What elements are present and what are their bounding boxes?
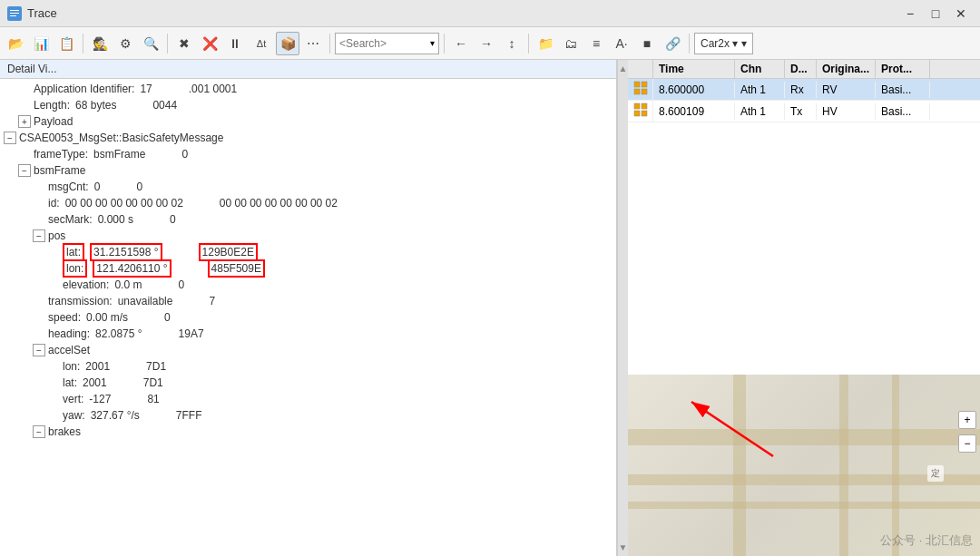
packet-cell-originator: HV bbox=[817, 103, 876, 120]
tree-toggle-icon[interactable]: − bbox=[33, 229, 45, 242]
toolbar-stop-btn[interactable]: ✖ bbox=[172, 32, 196, 55]
toolbar-more-btn[interactable]: ⋯ bbox=[301, 32, 325, 55]
svg-rect-6 bbox=[634, 111, 640, 116]
tree-value2: 0 bbox=[170, 213, 176, 226]
toolbar-font-btn[interactable]: A· bbox=[610, 32, 633, 55]
toolbar-sep-3 bbox=[329, 34, 330, 54]
tree-value2: 7D1 bbox=[143, 376, 163, 389]
tree-label: speed: bbox=[48, 311, 81, 324]
tree-toggle-icon[interactable]: + bbox=[18, 115, 31, 128]
toolbar-nav-prev-btn[interactable]: ← bbox=[449, 32, 473, 55]
toolbar-lines-btn[interactable]: ≡ bbox=[584, 32, 608, 55]
tree-item[interactable]: −bsmFrame bbox=[0, 162, 616, 179]
tree-label: frameType: bbox=[34, 148, 88, 161]
toolbar-nav-next-btn[interactable]: → bbox=[475, 32, 498, 55]
tree-toggle-icon[interactable]: − bbox=[33, 425, 45, 438]
tree-item[interactable]: −CSAE0053_MsgSet::BasicSafetyMessage bbox=[0, 130, 616, 146]
packet-col-header-dir[interactable]: D... bbox=[785, 60, 817, 78]
map-zoom-out-button[interactable]: − bbox=[958, 434, 976, 453]
scroll-divider[interactable]: ▲ ▼ bbox=[617, 60, 628, 556]
toolbar-link-btn[interactable]: 🔗 bbox=[661, 32, 684, 55]
toolbar: 📂 📊 📋 🕵 ⚙ 🔍 ✖ ❌ ⏸ Δt 📦 ⋯ ▾ ← → ↕ 📁 🗂 ≡ A… bbox=[0, 27, 980, 60]
packet-col-header-originator[interactable]: Origina... bbox=[817, 60, 876, 78]
toolbar-files-btn[interactable]: 🗂 bbox=[559, 32, 583, 55]
toolbar-packet-btn[interactable]: 📦 bbox=[276, 32, 299, 55]
packet-col-header-time[interactable]: Time bbox=[653, 60, 735, 78]
toolbar-find-btn[interactable]: 🔍 bbox=[139, 32, 162, 55]
tree-item: id:00 00 00 00 00 00 00 0200 00 00 00 00… bbox=[0, 195, 616, 211]
packet-cell-dir: Tx bbox=[785, 103, 817, 120]
tree-value2: 00 00 00 00 00 00 00 02 bbox=[220, 197, 338, 210]
tree-label: brakes bbox=[48, 425, 81, 438]
tree-value: 68 bytes bbox=[75, 99, 116, 112]
tree-label: accelSet bbox=[48, 344, 90, 356]
tree-item[interactable]: −accelSet bbox=[0, 342, 616, 358]
tree-label: id: bbox=[48, 197, 60, 210]
packet-col-header-protocol[interactable]: Prot... bbox=[876, 60, 930, 78]
packet-row[interactable]: 8.600109Ath 1TxHVBasi... bbox=[628, 101, 980, 122]
close-button[interactable]: ✕ bbox=[949, 5, 973, 23]
tree-item[interactable]: −pos bbox=[0, 228, 616, 244]
packet-cell-time: 8.600109 bbox=[653, 103, 735, 120]
tree-label: bsmFrame bbox=[34, 164, 85, 177]
toolbar-sep-5 bbox=[528, 34, 529, 54]
toolbar-chart-btn[interactable]: 📊 bbox=[29, 32, 53, 55]
tree-value: bsmFrame bbox=[93, 148, 145, 161]
toolbar-tools-btn[interactable]: ⚙ bbox=[113, 32, 137, 55]
toolbar-open-btn[interactable]: 📂 bbox=[4, 32, 27, 55]
search-dropdown-icon[interactable]: ▾ bbox=[430, 38, 435, 48]
tree-item: Application Identifier:17.001 0001 bbox=[0, 81, 616, 97]
toolbar-filter-btn[interactable]: 🕵 bbox=[88, 32, 112, 55]
map-zoom-in-button[interactable]: + bbox=[958, 411, 976, 429]
tree-container: Application Identifier:17.001 0001Length… bbox=[0, 79, 616, 442]
search-box[interactable]: ▾ bbox=[335, 33, 439, 54]
toolbar-nav-updown-btn[interactable]: ↕ bbox=[500, 32, 524, 55]
tree-value2: 19A7 bbox=[179, 327, 204, 340]
toolbar-delta-btn[interactable]: Δt bbox=[249, 32, 274, 55]
app-icon bbox=[7, 6, 22, 21]
tree-value2: 81 bbox=[147, 393, 159, 405]
packet-row-icon bbox=[628, 79, 653, 100]
tree-item[interactable]: −brakes bbox=[0, 424, 616, 440]
toolbar-stop-red-btn[interactable]: ❌ bbox=[198, 32, 221, 55]
profile-dropdown[interactable]: Car2x ▾ ▾ bbox=[694, 33, 753, 54]
tree-item: lat:20017D1 bbox=[0, 375, 616, 391]
minimize-button[interactable]: − bbox=[898, 5, 922, 23]
map-background: + − 定 公众号 · 北汇信息 bbox=[628, 375, 980, 556]
tree-item: transmission:unavailable7 bbox=[0, 293, 616, 309]
tree-value: -127 bbox=[89, 393, 111, 405]
tree-item: lon:20017D1 bbox=[0, 358, 616, 375]
tree-value: 2001 bbox=[83, 376, 107, 389]
tree-item: heading:82.0875 °19A7 bbox=[0, 326, 616, 342]
tree-value: 0.000 s bbox=[98, 213, 133, 226]
tree-label: lon: bbox=[63, 262, 87, 275]
tree-toggle-icon[interactable]: − bbox=[18, 164, 31, 177]
main-layout: Detail Vi... Application Identifier:17.0… bbox=[0, 60, 980, 556]
tree-toggle-icon[interactable]: − bbox=[33, 344, 45, 356]
detail-header: Detail Vi... bbox=[0, 60, 616, 79]
maximize-button[interactable]: □ bbox=[924, 5, 947, 23]
tree-label: lat: bbox=[63, 246, 84, 258]
detail-panel: Detail Vi... Application Identifier:17.0… bbox=[0, 60, 617, 556]
highlighted-label: lat: bbox=[63, 243, 84, 261]
tree-label: Payload bbox=[34, 115, 73, 128]
search-input[interactable] bbox=[339, 37, 430, 50]
toolbar-folder2-btn[interactable]: 📁 bbox=[534, 32, 557, 55]
tree-toggle-icon[interactable]: − bbox=[4, 132, 16, 144]
toolbar-pause-btn[interactable]: ⏸ bbox=[223, 32, 247, 55]
tree-value2: 7 bbox=[209, 295, 215, 307]
toolbar-list-btn[interactable]: 📋 bbox=[54, 32, 78, 55]
tree-item: speed:0.00 m/s0 bbox=[0, 309, 616, 326]
title-bar: Trace − □ ✕ bbox=[0, 0, 980, 27]
packet-col-header-chn[interactable]: Chn bbox=[735, 60, 785, 78]
tree-item: lat:31.2151598 °129B0E2E bbox=[0, 244, 616, 260]
toolbar-color-btn[interactable]: ■ bbox=[635, 32, 659, 55]
tree-label: secMark: bbox=[48, 213, 93, 226]
svg-rect-7 bbox=[642, 111, 647, 116]
packet-row[interactable]: 8.600000Ath 1RxRVBasi... bbox=[628, 79, 980, 101]
tree-value: 121.4206110 ° bbox=[93, 262, 171, 275]
tree-item: msgCnt:00 bbox=[0, 179, 616, 195]
toolbar-sep-6 bbox=[689, 34, 690, 54]
window-title: Trace bbox=[27, 6, 57, 20]
tree-item[interactable]: +Payload bbox=[0, 113, 616, 130]
